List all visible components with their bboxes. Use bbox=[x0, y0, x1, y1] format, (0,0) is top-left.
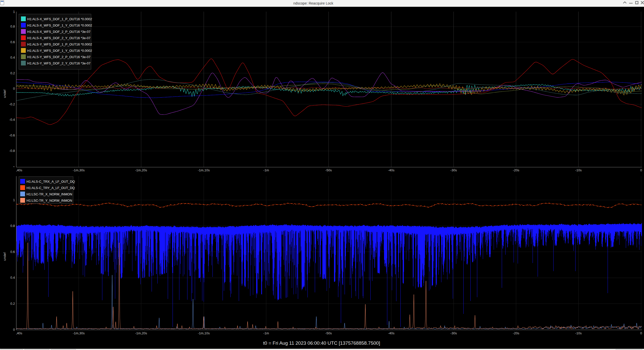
svg-text:1: 1 bbox=[13, 10, 15, 14]
svg-text:H1:ALS-C_TRY_A_LF_OUT_DQ: H1:ALS-C_TRY_A_LF_OUT_DQ bbox=[27, 186, 75, 190]
svg-text:0.2: 0.2 bbox=[10, 302, 15, 306]
svg-text:-20s: -20s bbox=[513, 331, 519, 335]
svg-text:H1:ALS-Y_WFS_DOF_1_P_OUT16 *0.: H1:ALS-Y_WFS_DOF_1_P_OUT16 *0.0002 bbox=[27, 42, 92, 46]
svg-text:H1:ALS-Y_WFS_DOF_2_P_OUT16 *3e: H1:ALS-Y_WFS_DOF_2_P_OUT16 *3e-07 bbox=[27, 55, 90, 59]
svg-text:1: 1 bbox=[13, 198, 15, 202]
svg-text:-0.4: -0.4 bbox=[9, 118, 15, 122]
svg-text:-20s: -20s bbox=[513, 168, 519, 172]
svg-text:0.2: 0.2 bbox=[10, 71, 15, 75]
svg-text:H1:ALS-Y_WFS_DOF_2_Y_OUT16 *3e: H1:ALS-Y_WFS_DOF_2_Y_OUT16 *3e-07 bbox=[27, 61, 90, 65]
svg-text:0.4: 0.4 bbox=[10, 56, 15, 59]
svg-text:H1:ALS-Y_WFS_DOF_1_Y_OUT16 *0.: H1:ALS-Y_WFS_DOF_1_Y_OUT16 *0.0002 bbox=[27, 49, 92, 53]
svg-text:0.4: 0.4 bbox=[10, 276, 15, 279]
svg-text:-1m,30s: -1m,30s bbox=[73, 168, 85, 172]
svg-text:-0.2: -0.2 bbox=[9, 102, 15, 106]
svg-text:0: 0 bbox=[13, 328, 15, 332]
svg-text:-0.8: -0.8 bbox=[9, 149, 15, 153]
svg-text:-30s: -30s bbox=[450, 168, 457, 172]
svg-text:H1:ALS-X_WFS_DOF_1_Y_OUT16 *0.: H1:ALS-X_WFS_DOF_1_Y_OUT16 *0.0002 bbox=[27, 24, 92, 27]
svg-text:-1m: -1m bbox=[263, 331, 269, 335]
svg-text:0.6: 0.6 bbox=[10, 40, 15, 44]
svg-text:-0.6: -0.6 bbox=[9, 133, 15, 137]
svg-text:-1m,20s: -1m,20s bbox=[135, 331, 147, 335]
svg-text:-10s: -10s bbox=[575, 168, 582, 172]
svg-text:0.8: 0.8 bbox=[10, 25, 15, 28]
svg-text:H1:ALS-X_WFS_DOF_2_P_OUT16 *3e: H1:ALS-X_WFS_DOF_2_P_OUT16 *3e-07 bbox=[27, 30, 90, 34]
svg-text:0.8: 0.8 bbox=[10, 224, 15, 228]
svg-text:-1m,10s: -1m,10s bbox=[198, 168, 210, 172]
svg-text:-50s: -50s bbox=[325, 331, 332, 335]
svg-text:-30s: -30s bbox=[450, 331, 457, 335]
svg-text:-10s: -10s bbox=[575, 331, 582, 335]
svg-text:-40s: -40s bbox=[388, 331, 395, 335]
svg-text:H1:LSC-TR_X_NORM_INMON: H1:LSC-TR_X_NORM_INMON bbox=[27, 192, 72, 196]
svg-text:t0 = Fri Aug 11 2023 06:00:40: t0 = Fri Aug 11 2023 06:00:40 UTC [13757… bbox=[263, 340, 380, 346]
svg-text:-40s: -40s bbox=[388, 168, 395, 172]
svg-text:-50s: -50s bbox=[325, 168, 332, 172]
svg-text:H1:LSC-TR_Y_NORM_INMON: H1:LSC-TR_Y_NORM_INMON bbox=[27, 199, 72, 202]
svg-text:-1m,10s: -1m,10s bbox=[198, 331, 210, 335]
svg-text:0: 0 bbox=[13, 87, 15, 90]
svg-text:undef: undef bbox=[3, 252, 7, 261]
svg-text:H1:ALS-C_TRX_A_LF_OUT_DQ: H1:ALS-C_TRX_A_LF_OUT_DQ bbox=[27, 180, 75, 183]
svg-text:-1m: -1m bbox=[263, 168, 269, 172]
svg-text:0: 0 bbox=[640, 331, 642, 335]
svg-text:-1m,30s: -1m,30s bbox=[73, 331, 85, 335]
svg-text:undef: undef bbox=[3, 89, 7, 98]
svg-text:0.6: 0.6 bbox=[10, 250, 15, 254]
svg-text:H1:ALS-X_WFS_DOF_2_Y_OUT16 *3e: H1:ALS-X_WFS_DOF_2_Y_OUT16 *3e-07 bbox=[27, 36, 90, 40]
svg-text:H1:ALS-X_WFS_DOF_1_P_OUT16 *0.: H1:ALS-X_WFS_DOF_1_P_OUT16 *0.0002 bbox=[27, 17, 92, 21]
svg-text:0: 0 bbox=[640, 168, 642, 172]
svg-text:-1m,20s: -1m,20s bbox=[135, 168, 147, 172]
